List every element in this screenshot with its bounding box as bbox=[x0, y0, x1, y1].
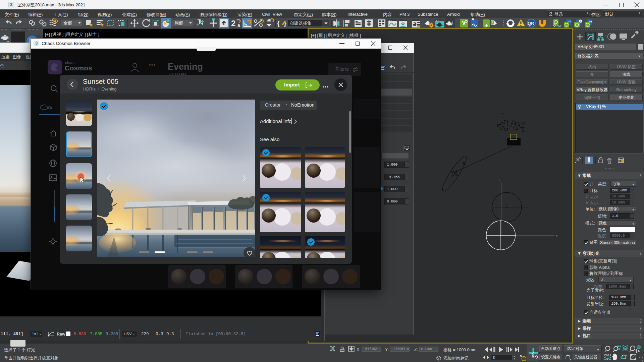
svg-text:y: y bbox=[498, 177, 500, 181]
svg-text:{: { bbox=[277, 20, 280, 27]
svg-text:全部: 全部 bbox=[63, 20, 72, 25]
svg-text:局部: 局部 bbox=[174, 20, 183, 25]
svg-text:Or: Or bbox=[48, 106, 52, 110]
svg-text:2: 2 bbox=[231, 19, 235, 28]
svg-text:.5: .5 bbox=[236, 23, 240, 28]
svg-text:创建选择集: 创建选择集 bbox=[290, 21, 312, 26]
svg-text:x: x bbox=[556, 234, 557, 237]
svg-text:QR: QR bbox=[528, 21, 534, 26]
